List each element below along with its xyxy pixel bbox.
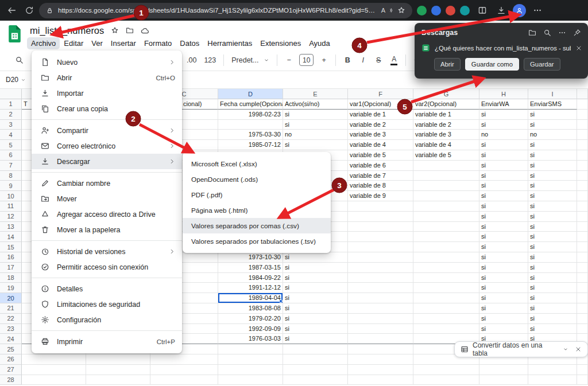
- cell-F21[interactable]: [348, 303, 413, 314]
- menubar-extensiones[interactable]: Extensiones: [256, 37, 305, 49]
- cell-A27[interactable]: [22, 365, 86, 375]
- cell-F16[interactable]: [348, 252, 413, 263]
- cell-F25[interactable]: [348, 344, 413, 354]
- row-header-20[interactable]: 20: [0, 293, 22, 303]
- cell-H3[interactable]: si: [479, 120, 528, 130]
- cell-G9[interactable]: [413, 181, 479, 191]
- download-submenu-item-pdf-pdf[interactable]: PDF (.pdf): [183, 187, 331, 202]
- cell-I18[interactable]: si: [528, 273, 577, 283]
- cell-E24[interactable]: si: [283, 334, 348, 344]
- cell-I19[interactable]: si: [528, 283, 577, 293]
- cell-H22[interactable]: si: [479, 314, 528, 324]
- cell-x9[interactable]: [577, 181, 588, 191]
- cell-H9[interactable]: si: [479, 181, 528, 191]
- cell-F20[interactable]: [348, 293, 413, 303]
- cell-x10[interactable]: [577, 191, 588, 201]
- cell-D19[interactable]: 1991-12-12: [218, 283, 283, 293]
- cell-G21[interactable]: [413, 303, 479, 314]
- cell-H16[interactable]: si: [479, 252, 528, 263]
- cell-G12[interactable]: [413, 212, 479, 222]
- file-menu-item-mover-a-la-papelera[interactable]: Mover a la papelera: [32, 222, 182, 237]
- cell-I20[interactable]: si: [528, 293, 577, 303]
- cell-E5[interactable]: si: [283, 140, 348, 150]
- cell-E2[interactable]: si: [283, 110, 348, 120]
- cell-H28[interactable]: [479, 375, 528, 385]
- abrir-button[interactable]: Abrir: [434, 58, 461, 71]
- cell-E21[interactable]: si: [283, 303, 348, 314]
- file-menu-item-correo-electronico[interactable]: Correo electrónico: [32, 138, 182, 154]
- row-header-19[interactable]: 19: [0, 283, 22, 293]
- cell-D5[interactable]: 1985-07-12: [218, 140, 283, 150]
- cell-x7[interactable]: [577, 161, 588, 171]
- row-header-16[interactable]: 16: [0, 252, 22, 263]
- download-submenu-item-valores-separados-por-comas-csv[interactable]: Valores separados por comas (.csv): [183, 218, 331, 233]
- cell-F4[interactable]: variable de 3: [348, 130, 413, 140]
- cell-E17[interactable]: si: [283, 263, 348, 273]
- cell-F26[interactable]: [348, 354, 413, 365]
- file-menu-item-limitaciones-de-seguridad[interactable]: Limitaciones de seguridad: [32, 297, 182, 312]
- cell-x3[interactable]: [577, 120, 588, 130]
- cell-x11[interactable]: [577, 201, 588, 212]
- cell-I16[interactable]: si: [528, 252, 577, 263]
- cell-E1[interactable]: Activo(si/no): [283, 99, 348, 110]
- cell-D17[interactable]: 1987-03-15: [218, 263, 283, 273]
- cell-F2[interactable]: variable de 1: [348, 110, 413, 120]
- cell-H13[interactable]: si: [479, 222, 528, 232]
- cell-F23[interactable]: [348, 324, 413, 334]
- refresh-icon[interactable]: [22, 3, 37, 18]
- cell-D22[interactable]: 1979-02-20: [218, 314, 283, 324]
- cell-x4[interactable]: [577, 130, 588, 140]
- row-header-23[interactable]: 23: [0, 324, 22, 334]
- cell-G8[interactable]: [413, 171, 479, 181]
- row-header-24[interactable]: 24: [0, 334, 22, 344]
- row-header-6[interactable]: 6: [0, 150, 22, 161]
- sheets-logo[interactable]: [8, 25, 21, 42]
- cell-x20[interactable]: [577, 293, 588, 303]
- cell-G1[interactable]: var2(Opcional): [413, 99, 479, 110]
- cell-D27[interactable]: [218, 365, 283, 375]
- menubar-ver[interactable]: Ver: [87, 37, 107, 49]
- cell-I10[interactable]: si: [528, 191, 577, 201]
- row-header-13[interactable]: 13: [0, 222, 22, 232]
- row-header-17[interactable]: 17: [0, 263, 22, 273]
- cell-x15[interactable]: [577, 242, 588, 252]
- file-menu-item-mover[interactable]: Mover: [32, 191, 182, 206]
- download-submenu-item-pagina-web-html[interactable]: Página web (.html): [183, 202, 331, 218]
- file-menu-item-crear-una-copia[interactable]: Crear una copia: [32, 101, 182, 116]
- folder-icon[interactable]: [528, 29, 536, 37]
- cell-D3[interactable]: [218, 120, 283, 130]
- row-header-18[interactable]: 18: [0, 273, 22, 283]
- italic-button[interactable]: I: [356, 53, 370, 67]
- cell-G28[interactable]: [413, 375, 479, 385]
- cell-F18[interactable]: [348, 273, 413, 283]
- cell-I5[interactable]: si: [528, 140, 577, 150]
- cell-F9[interactable]: variable de 8: [348, 181, 413, 191]
- cell-D25[interactable]: [218, 344, 283, 354]
- row-header-1[interactable]: 1: [0, 99, 22, 110]
- cell-F17[interactable]: [348, 263, 413, 273]
- file-menu-item-nuevo[interactable]: Nuevo: [32, 54, 182, 70]
- cell-x17[interactable]: [577, 263, 588, 273]
- strikethrough-button[interactable]: S: [372, 53, 385, 67]
- pin-icon[interactable]: [573, 29, 581, 37]
- cell-I6[interactable]: si: [528, 150, 577, 161]
- row-header-14[interactable]: 14: [0, 232, 22, 242]
- cell-I7[interactable]: si: [528, 161, 577, 171]
- menubar-insertar[interactable]: Insertar: [107, 37, 140, 49]
- cell-F15[interactable]: [348, 242, 413, 252]
- row-header-15[interactable]: 15: [0, 242, 22, 252]
- cell-I4[interactable]: no: [528, 130, 577, 140]
- cell-F5[interactable]: variable de 4: [348, 140, 413, 150]
- cell-D21[interactable]: 1983-08-08: [218, 303, 283, 314]
- cell-D26[interactable]: [218, 354, 283, 365]
- cell-G16[interactable]: [413, 252, 479, 263]
- cell-I8[interactable]: si: [528, 171, 577, 181]
- cell-G20[interactable]: [413, 293, 479, 303]
- number-format-button[interactable]: 123: [201, 53, 219, 67]
- row-header-10[interactable]: 10: [0, 191, 22, 201]
- decimal-places-button[interactable]: .00: [184, 53, 199, 67]
- column-header-D[interactable]: D: [218, 89, 283, 99]
- cell-E3[interactable]: si: [283, 120, 348, 130]
- cell-E16[interactable]: si: [283, 252, 348, 263]
- cell-E25[interactable]: [283, 344, 348, 354]
